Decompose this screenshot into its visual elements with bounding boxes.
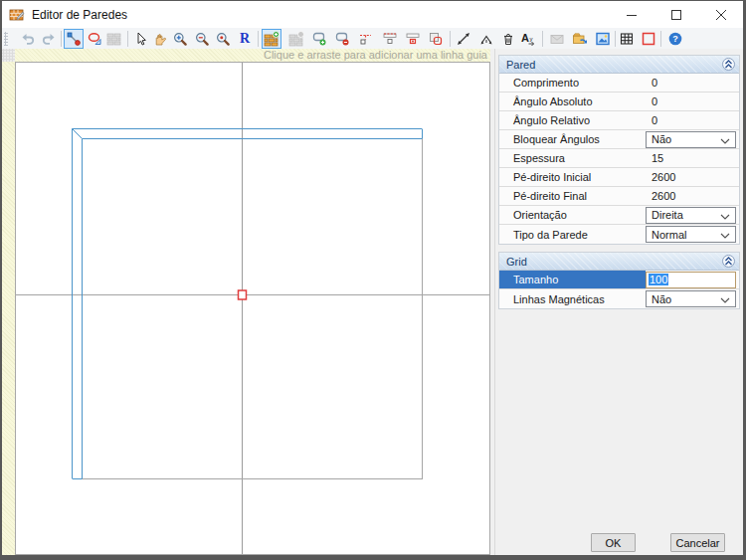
pan-hand-icon[interactable] bbox=[151, 30, 169, 48]
property-label: Ângulo Relativo bbox=[499, 114, 646, 126]
property-row-comprimento[interactable]: Comprimento 0 bbox=[499, 74, 739, 93]
property-label: Orientação bbox=[499, 209, 646, 221]
toolbar: R Ay ? bbox=[2, 28, 743, 49]
property-label-selected: Tamanho bbox=[499, 271, 646, 288]
zoom-reset-icon[interactable]: R bbox=[236, 30, 254, 48]
guide-ruler-top[interactable]: Clique e arraste para adicionar uma linh… bbox=[15, 49, 490, 62]
bloquear-angulos-dropdown[interactable]: Não bbox=[646, 131, 736, 148]
measure-icon[interactable] bbox=[455, 30, 472, 48]
wall-disabled-icon[interactable] bbox=[105, 30, 123, 48]
group-grid-header[interactable]: Grid bbox=[499, 253, 739, 271]
property-value[interactable]: 2600 bbox=[646, 190, 739, 202]
property-label: Espessura bbox=[499, 152, 646, 164]
grid-toggle-icon[interactable] bbox=[618, 30, 636, 48]
boundary-toggle-icon[interactable] bbox=[640, 30, 657, 48]
export-disabled-icon[interactable] bbox=[548, 30, 566, 48]
guide-hint: Clique e arraste para adicionar uma linh… bbox=[264, 49, 490, 62]
property-label: Pé-direito Inicial bbox=[499, 171, 646, 183]
group-pared-header[interactable]: Pared bbox=[499, 56, 739, 74]
cancel-button[interactable]: Cancelar bbox=[670, 533, 725, 552]
group-pared: Pared Comprimento 0 Ângulo Absoluto 0 Ân… bbox=[498, 55, 740, 245]
app-icon bbox=[9, 7, 25, 23]
origin-marker bbox=[239, 290, 247, 299]
measure-multi-icon[interactable] bbox=[477, 30, 495, 48]
linhas-magneticas-dropdown[interactable]: Não bbox=[646, 290, 736, 307]
orientacao-dropdown[interactable]: Direita bbox=[646, 207, 736, 224]
property-row-angulo-absoluto[interactable]: Ângulo Absoluto 0 bbox=[499, 93, 739, 111]
tamanho-input[interactable]: 100 bbox=[646, 272, 736, 288]
wall-segment-disabled-icon[interactable] bbox=[287, 30, 305, 48]
import-image-icon[interactable] bbox=[571, 30, 589, 48]
svg-text:?: ? bbox=[672, 34, 678, 44]
remove-region-icon[interactable] bbox=[333, 30, 351, 48]
guide-ruler-left[interactable] bbox=[2, 62, 15, 555]
property-row-tipo-da-parede[interactable]: Tipo da Parede Normal bbox=[499, 225, 739, 244]
zoom-center-icon[interactable] bbox=[214, 30, 232, 48]
property-value[interactable]: 2600 bbox=[646, 171, 739, 183]
help-icon[interactable]: ? bbox=[666, 30, 684, 48]
toolbar-grip[interactable] bbox=[4, 32, 8, 46]
wall-corner-icon[interactable] bbox=[427, 30, 445, 48]
view-image-icon[interactable] bbox=[594, 30, 612, 48]
close-button[interactable] bbox=[698, 1, 743, 28]
text-annotation-icon[interactable]: Ay bbox=[519, 30, 537, 48]
property-row-linhas-magneticas[interactable]: Linhas Magnéticas Não bbox=[499, 289, 739, 308]
property-value[interactable]: 0 bbox=[646, 114, 739, 126]
property-label: Bloquear Ângulos bbox=[499, 133, 646, 145]
properties-panel: Pared Comprimento 0 Ângulo Absoluto 0 Ân… bbox=[494, 49, 743, 555]
collapse-pared-button[interactable] bbox=[722, 58, 735, 71]
property-value[interactable]: 0 bbox=[646, 77, 739, 89]
select-cursor-icon[interactable] bbox=[132, 30, 150, 48]
undo-icon[interactable] bbox=[19, 30, 37, 48]
property-row-orientacao[interactable]: Orientação Direita bbox=[499, 206, 739, 225]
collapse-grid-button[interactable] bbox=[722, 255, 735, 268]
redo-icon[interactable] bbox=[40, 30, 58, 48]
add-region-icon[interactable] bbox=[310, 30, 328, 48]
svg-text:A: A bbox=[521, 32, 529, 44]
add-wall-icon[interactable] bbox=[262, 29, 281, 49]
window-title: Editor de Paredes bbox=[32, 8, 127, 22]
property-label: Ângulo Absoluto bbox=[499, 95, 646, 107]
split-wall-dashed-icon[interactable] bbox=[381, 30, 399, 48]
zoom-out-icon[interactable] bbox=[193, 30, 211, 48]
property-row-pe-direito-final[interactable]: Pé-direito Final 2600 bbox=[499, 187, 739, 206]
property-value[interactable]: 15 bbox=[646, 152, 739, 164]
svg-text:y: y bbox=[530, 36, 533, 42]
wall-bounds-gray bbox=[82, 138, 423, 479]
wall-junction-icon[interactable] bbox=[404, 30, 422, 48]
connect-walls-dashed-icon[interactable] bbox=[356, 30, 374, 48]
property-row-espessura[interactable]: Espessura 15 bbox=[499, 149, 739, 168]
property-row-angulo-relativo[interactable]: Ângulo Relativo 0 bbox=[499, 111, 739, 130]
delete-icon[interactable] bbox=[499, 30, 517, 48]
group-grid-title: Grid bbox=[506, 256, 527, 268]
property-label: Pé-direito Final bbox=[499, 190, 646, 202]
ok-button[interactable]: OK bbox=[591, 533, 636, 552]
property-row-bloquear-angulos[interactable]: Bloquear Ângulos Não bbox=[499, 130, 739, 149]
zoom-in-icon[interactable] bbox=[171, 30, 189, 48]
property-value[interactable]: 0 bbox=[646, 95, 739, 107]
group-grid: Grid Tamanho 100 Linhas Magnéticas Não bbox=[498, 252, 740, 309]
property-row-tamanho[interactable]: Tamanho 100 bbox=[499, 271, 739, 289]
maximize-button[interactable] bbox=[653, 1, 698, 28]
minimize-button[interactable] bbox=[609, 1, 653, 28]
canvas-area: Clique e arraste para adicionar uma linh… bbox=[2, 49, 494, 555]
property-row-pe-direito-inicial[interactable]: Pé-direito Inicial 2600 bbox=[499, 168, 739, 187]
group-pared-title: Pared bbox=[506, 59, 535, 71]
property-label: Linhas Magnéticas bbox=[499, 293, 646, 305]
title-bar: Editor de Paredes bbox=[2, 1, 743, 28]
draw-wall-line-icon[interactable] bbox=[64, 29, 84, 49]
ruler-corner bbox=[2, 49, 15, 62]
drawing-canvas[interactable] bbox=[15, 62, 490, 555]
draw-wall-arc-icon[interactable] bbox=[86, 30, 103, 48]
window-editor-de-paredes: Editor de Paredes R Ay bbox=[0, 0, 746, 560]
property-label: Comprimento bbox=[499, 77, 646, 89]
tipo-da-parede-dropdown[interactable]: Normal bbox=[646, 226, 736, 243]
property-label: Tipo da Parede bbox=[499, 229, 646, 241]
wall-outline-blue bbox=[73, 129, 423, 479]
